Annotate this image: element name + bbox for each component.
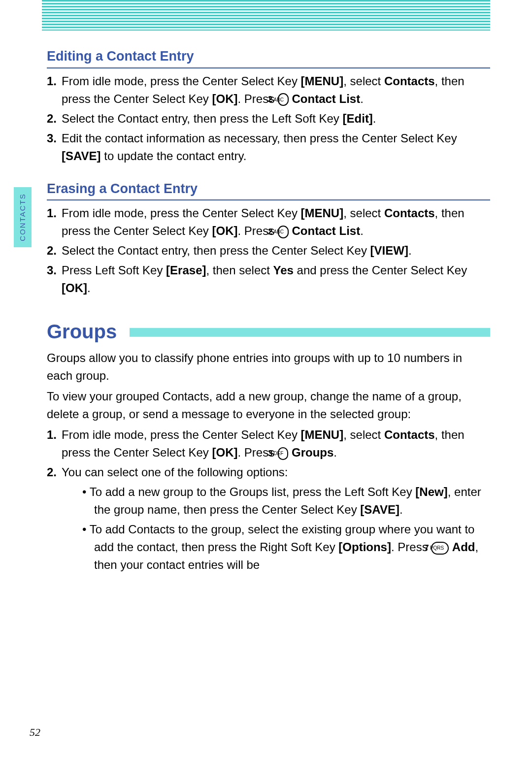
- key-2abc-icon: 2ABC: [278, 226, 289, 238]
- page-number: 52: [30, 724, 40, 740]
- groups-intro-1: Groups allow you to classify phone entri…: [47, 349, 490, 385]
- key-7pqrs-icon: 7PQRS: [431, 542, 449, 555]
- groups-steps: 1.From idle mode, press the Center Selec…: [47, 426, 490, 574]
- page-content: Editing a Contact Entry 1.From idle mode…: [47, 0, 490, 574]
- key-3def-icon: 3DEF: [278, 447, 288, 460]
- subheading-editing: Editing a Contact Entry: [47, 46, 490, 68]
- subheading-erasing: Erasing a Contact Entry: [47, 179, 490, 201]
- erasing-step-3: 3.Press Left Soft Key [Erase], then sele…: [47, 262, 490, 297]
- manual-page: CONTACTS Editing a Contact Entry 1.From …: [0, 0, 532, 757]
- key-2abc-icon: 2ABC: [278, 93, 289, 106]
- groups-options: To add a new group to the Groups list, p…: [62, 483, 490, 574]
- erasing-step-1: 1.From idle mode, press the Center Selec…: [47, 204, 490, 240]
- groups-option-add: To add Contacts to the group, select the…: [62, 521, 490, 574]
- section-tab-contacts: CONTACTS: [14, 187, 32, 247]
- erasing-steps: 1.From idle mode, press the Center Selec…: [47, 204, 490, 297]
- section-title-groups: Groups: [47, 317, 490, 346]
- editing-step-3: 3.Edit the contact information as necess…: [47, 130, 490, 165]
- editing-steps: 1.From idle mode, press the Center Selec…: [47, 72, 490, 165]
- groups-step-1: 1.From idle mode, press the Center Selec…: [47, 426, 490, 461]
- groups-option-new: To add a new group to the Groups list, p…: [62, 483, 490, 519]
- header-decoration: [42, 0, 490, 31]
- groups-intro-2: To view your grouped Contacts, add a new…: [47, 388, 490, 423]
- editing-step-1: 1.From idle mode, press the Center Selec…: [47, 72, 490, 108]
- section-tab-label: CONTACTS: [17, 193, 29, 241]
- erasing-step-2: 2.Select the Contact entry, then press t…: [47, 242, 490, 260]
- groups-step-2: 2.You can select one of the following op…: [47, 463, 490, 574]
- editing-step-2: 2.Select the Contact entry, then press t…: [47, 110, 490, 128]
